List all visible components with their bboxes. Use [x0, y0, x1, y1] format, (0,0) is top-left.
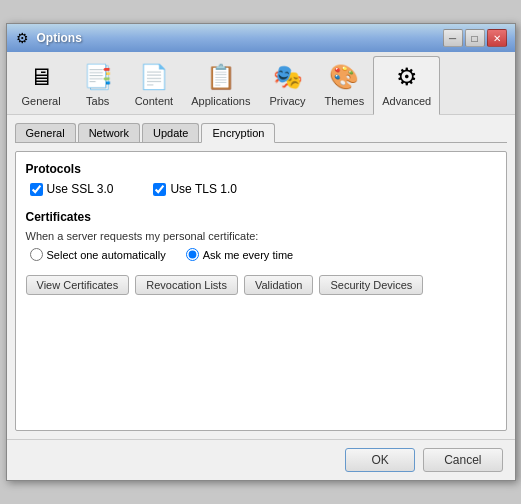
toolbar-applications[interactable]: 📋 Applications	[182, 56, 259, 114]
themes-icon: 🎨	[328, 61, 360, 93]
radio-ask-item: Ask me every time	[186, 248, 293, 261]
validation-button[interactable]: Validation	[244, 275, 314, 295]
options-window: ⚙ Options ─ □ ✕ 🖥 General 📑 Tabs 📄 Conte…	[6, 23, 516, 481]
titlebar: ⚙ Options ─ □ ✕	[7, 24, 515, 52]
toolbar-advanced-label: Advanced	[382, 95, 431, 107]
tab-update[interactable]: Update	[142, 123, 199, 142]
protocols-checkboxes: Use SSL 3.0 Use TLS 1.0	[26, 182, 496, 196]
toolbar-themes-label: Themes	[325, 95, 365, 107]
window-title: Options	[37, 31, 443, 45]
cert-request-label: When a server requests my personal certi…	[26, 230, 496, 242]
close-button[interactable]: ✕	[487, 29, 507, 47]
ssl-checkbox[interactable]	[30, 183, 43, 196]
certificates-section: Certificates When a server requests my p…	[26, 210, 496, 295]
toolbar-content-label: Content	[135, 95, 174, 107]
toolbar-general[interactable]: 🖥 General	[13, 56, 70, 114]
toolbar-themes[interactable]: 🎨 Themes	[316, 56, 374, 114]
toolbar: 🖥 General 📑 Tabs 📄 Content 📋 Application…	[7, 52, 515, 115]
tls-checkbox[interactable]	[153, 183, 166, 196]
toolbar-advanced[interactable]: ⚙ Advanced	[373, 56, 440, 115]
toolbar-applications-label: Applications	[191, 95, 250, 107]
toolbar-tabs-label: Tabs	[86, 95, 109, 107]
applications-icon: 📋	[205, 61, 237, 93]
minimize-button[interactable]: ─	[443, 29, 463, 47]
maximize-button[interactable]: □	[465, 29, 485, 47]
sub-tabs: General Network Update Encryption	[15, 123, 507, 143]
certificates-title: Certificates	[26, 210, 496, 224]
view-certificates-button[interactable]: View Certificates	[26, 275, 130, 295]
tls-label: Use TLS 1.0	[170, 182, 236, 196]
cert-buttons: View Certificates Revocation Lists Valid…	[26, 275, 496, 295]
tab-general[interactable]: General	[15, 123, 76, 142]
cancel-button[interactable]: Cancel	[423, 448, 502, 472]
titlebar-buttons: ─ □ ✕	[443, 29, 507, 47]
advanced-icon: ⚙	[391, 61, 423, 93]
content-icon: 📄	[138, 61, 170, 93]
privacy-icon: 🎭	[272, 61, 304, 93]
tab-network[interactable]: Network	[78, 123, 140, 142]
toolbar-tabs[interactable]: 📑 Tabs	[70, 56, 126, 114]
tabs-icon: 📑	[82, 61, 114, 93]
revocation-lists-button[interactable]: Revocation Lists	[135, 275, 238, 295]
ssl-label: Use SSL 3.0	[47, 182, 114, 196]
toolbar-content[interactable]: 📄 Content	[126, 56, 183, 114]
radio-ask-label: Ask me every time	[203, 249, 293, 261]
bottom-bar: OK Cancel	[7, 439, 515, 480]
ok-button[interactable]: OK	[345, 448, 415, 472]
window-icon: ⚙	[15, 30, 31, 46]
radio-auto-label: Select one automatically	[47, 249, 166, 261]
toolbar-privacy[interactable]: 🎭 Privacy	[260, 56, 316, 114]
general-icon: 🖥	[25, 61, 57, 93]
content-area: General Network Update Encryption Protoc…	[7, 115, 515, 439]
radio-ask[interactable]	[186, 248, 199, 261]
protocols-title: Protocols	[26, 162, 496, 176]
radio-auto[interactable]	[30, 248, 43, 261]
toolbar-privacy-label: Privacy	[269, 95, 305, 107]
ssl-checkbox-item: Use SSL 3.0	[30, 182, 114, 196]
security-devices-button[interactable]: Security Devices	[319, 275, 423, 295]
toolbar-general-label: General	[22, 95, 61, 107]
tab-encryption[interactable]: Encryption	[201, 123, 275, 143]
tls-checkbox-item: Use TLS 1.0	[153, 182, 236, 196]
radio-auto-item: Select one automatically	[30, 248, 166, 261]
cert-radio-row: Select one automatically Ask me every ti…	[26, 248, 496, 261]
protocols-section: Protocols Use SSL 3.0 Use TLS 1.0	[26, 162, 496, 196]
encryption-panel: Protocols Use SSL 3.0 Use TLS 1.0 Certif…	[15, 151, 507, 431]
